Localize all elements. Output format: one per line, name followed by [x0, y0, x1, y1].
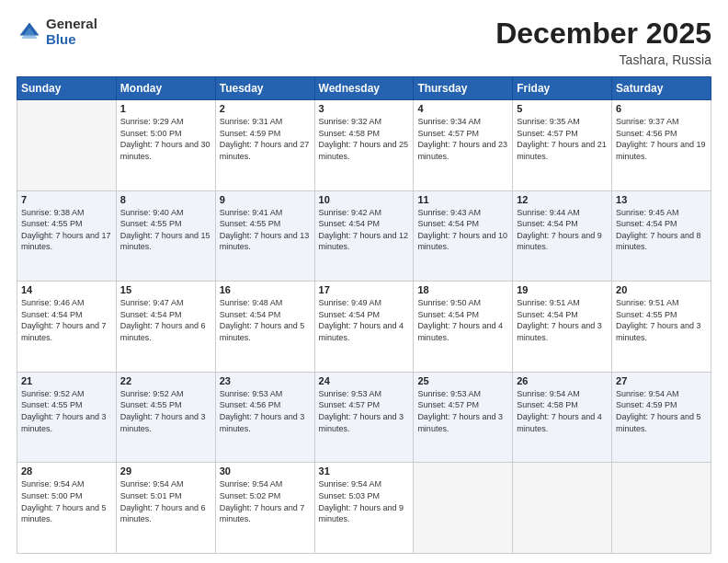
sunset-text: Sunset: 4:59 PM: [616, 400, 677, 409]
day-number: 19: [517, 284, 608, 295]
col-wednesday: Wednesday: [314, 77, 414, 100]
day-number: 2: [220, 103, 311, 114]
table-row: 27Sunrise: 9:54 AMSunset: 4:59 PMDayligh…: [612, 372, 711, 463]
day-info: Sunrise: 9:51 AMSunset: 4:55 PMDaylight:…: [616, 297, 707, 343]
day-info: Sunrise: 9:44 AMSunset: 4:54 PMDaylight:…: [517, 207, 608, 253]
daylight-text: Daylight: 7 hours and 21 minutes.: [517, 140, 607, 161]
daylight-text: Daylight: 7 hours and 3 minutes.: [120, 412, 206, 433]
calendar-week-row: 21Sunrise: 9:52 AMSunset: 4:55 PMDayligh…: [17, 372, 711, 463]
table-row: 5Sunrise: 9:35 AMSunset: 4:57 PMDaylight…: [513, 100, 612, 191]
sunset-text: Sunset: 4:58 PM: [517, 400, 578, 409]
sunrise-text: Sunrise: 9:31 AM: [220, 117, 283, 126]
sunset-text: Sunset: 4:54 PM: [616, 219, 677, 228]
sunset-text: Sunset: 4:59 PM: [220, 129, 281, 138]
table-row: 4Sunrise: 9:34 AMSunset: 4:57 PMDaylight…: [414, 100, 513, 191]
day-number: 8: [120, 194, 211, 205]
sunrise-text: Sunrise: 9:53 AM: [319, 389, 382, 398]
day-info: Sunrise: 9:53 AMSunset: 4:57 PMDaylight:…: [319, 388, 410, 434]
table-row: [414, 463, 513, 554]
sunset-text: Sunset: 4:56 PM: [616, 129, 677, 138]
sunset-text: Sunset: 4:58 PM: [319, 129, 381, 138]
daylight-text: Daylight: 7 hours and 3 minutes.: [220, 412, 305, 433]
calendar-title: December 2025: [495, 17, 711, 51]
daylight-text: Daylight: 7 hours and 15 minutes.: [120, 231, 210, 252]
sunrise-text: Sunrise: 9:46 AM: [21, 298, 85, 307]
day-number: 28: [21, 465, 112, 477]
day-number: 30: [220, 465, 311, 477]
sunrise-text: Sunrise: 9:32 AM: [319, 117, 382, 126]
daylight-text: Daylight: 7 hours and 3 minutes.: [21, 412, 107, 433]
day-info: Sunrise: 9:41 AMSunset: 4:55 PMDaylight:…: [220, 207, 311, 253]
sunset-text: Sunset: 4:57 PM: [417, 129, 479, 138]
day-info: Sunrise: 9:48 AMSunset: 4:54 PMDaylight:…: [220, 297, 311, 343]
sunrise-text: Sunrise: 9:52 AM: [21, 389, 85, 398]
col-sunday: Sunday: [17, 77, 117, 100]
daylight-text: Daylight: 7 hours and 5 minutes.: [616, 412, 701, 433]
sunset-text: Sunset: 4:55 PM: [120, 400, 182, 409]
daylight-text: Daylight: 7 hours and 17 minutes.: [21, 231, 111, 252]
sunrise-text: Sunrise: 9:41 AM: [220, 208, 283, 217]
day-info: Sunrise: 9:32 AMSunset: 4:58 PMDaylight:…: [319, 116, 410, 162]
table-row: 20Sunrise: 9:51 AMSunset: 4:55 PMDayligh…: [612, 282, 711, 373]
table-row: 6Sunrise: 9:37 AMSunset: 4:56 PMDaylight…: [612, 100, 711, 191]
day-info: Sunrise: 9:34 AMSunset: 4:57 PMDaylight:…: [417, 116, 508, 162]
day-number: 14: [21, 284, 112, 295]
day-number: 10: [319, 194, 410, 205]
sunset-text: Sunset: 4:54 PM: [417, 310, 479, 319]
day-info: Sunrise: 9:29 AMSunset: 5:00 PMDaylight:…: [120, 116, 211, 162]
day-number: 4: [417, 103, 508, 114]
table-row: 28Sunrise: 9:54 AMSunset: 5:00 PMDayligh…: [17, 463, 117, 554]
table-row: 21Sunrise: 9:52 AMSunset: 4:55 PMDayligh…: [17, 372, 117, 463]
sunrise-text: Sunrise: 9:45 AM: [616, 208, 679, 217]
calendar-subtitle: Tashara, Russia: [495, 52, 711, 67]
daylight-text: Daylight: 7 hours and 3 minutes.: [616, 321, 701, 342]
daylight-text: Daylight: 7 hours and 9 minutes.: [517, 231, 602, 252]
daylight-text: Daylight: 7 hours and 12 minutes.: [319, 231, 409, 252]
daylight-text: Daylight: 7 hours and 3 minutes.: [319, 412, 404, 433]
sunrise-text: Sunrise: 9:54 AM: [319, 479, 382, 488]
day-info: Sunrise: 9:45 AMSunset: 4:54 PMDaylight:…: [616, 207, 707, 253]
table-row: 3Sunrise: 9:32 AMSunset: 4:58 PMDaylight…: [314, 100, 414, 191]
sunset-text: Sunset: 4:55 PM: [220, 219, 281, 228]
day-info: Sunrise: 9:54 AMSunset: 5:02 PMDaylight:…: [220, 478, 311, 524]
sunset-text: Sunset: 4:54 PM: [319, 310, 381, 319]
header: General Blue December 2025 Tashara, Russ…: [17, 17, 711, 67]
calendar-week-row: 1Sunrise: 9:29 AMSunset: 5:00 PMDaylight…: [17, 100, 711, 191]
day-number: 29: [120, 465, 211, 477]
daylight-text: Daylight: 7 hours and 4 minutes.: [517, 412, 602, 433]
sunset-text: Sunset: 4:56 PM: [220, 400, 281, 409]
sunset-text: Sunset: 4:54 PM: [220, 310, 281, 319]
table-row: 7Sunrise: 9:38 AMSunset: 4:55 PMDaylight…: [17, 190, 117, 282]
table-row: 17Sunrise: 9:49 AMSunset: 4:54 PMDayligh…: [314, 282, 414, 373]
day-number: 22: [120, 375, 211, 386]
daylight-text: Daylight: 7 hours and 10 minutes.: [417, 231, 507, 252]
calendar-week-row: 7Sunrise: 9:38 AMSunset: 4:55 PMDaylight…: [17, 190, 711, 282]
day-info: Sunrise: 9:46 AMSunset: 4:54 PMDaylight:…: [21, 297, 112, 343]
day-number: 18: [417, 284, 508, 295]
table-row: 30Sunrise: 9:54 AMSunset: 5:02 PMDayligh…: [215, 463, 314, 554]
sunrise-text: Sunrise: 9:29 AM: [120, 117, 184, 126]
day-info: Sunrise: 9:47 AMSunset: 4:54 PMDaylight:…: [120, 297, 211, 343]
day-info: Sunrise: 9:52 AMSunset: 4:55 PMDaylight:…: [120, 388, 211, 434]
day-number: 5: [517, 103, 608, 114]
table-row: 8Sunrise: 9:40 AMSunset: 4:55 PMDaylight…: [116, 190, 215, 282]
sunset-text: Sunset: 4:55 PM: [616, 310, 677, 319]
table-row: 19Sunrise: 9:51 AMSunset: 4:54 PMDayligh…: [513, 282, 612, 373]
sunrise-text: Sunrise: 9:47 AM: [120, 298, 184, 307]
calendar-table: Sunday Monday Tuesday Wednesday Thursday…: [17, 76, 711, 554]
sunrise-text: Sunrise: 9:52 AM: [120, 389, 184, 398]
sunset-text: Sunset: 4:54 PM: [417, 219, 479, 228]
table-row: 1Sunrise: 9:29 AMSunset: 5:00 PMDaylight…: [116, 100, 215, 191]
sunrise-text: Sunrise: 9:43 AM: [417, 208, 481, 217]
page: General Blue December 2025 Tashara, Russ…: [0, 0, 728, 563]
sunset-text: Sunset: 4:57 PM: [319, 400, 381, 409]
daylight-text: Daylight: 7 hours and 23 minutes.: [417, 140, 507, 161]
day-number: 7: [21, 194, 112, 205]
day-info: Sunrise: 9:53 AMSunset: 4:56 PMDaylight:…: [220, 388, 311, 434]
sunrise-text: Sunrise: 9:42 AM: [319, 208, 382, 217]
logo-text: General Blue: [46, 17, 97, 47]
sunset-text: Sunset: 5:03 PM: [319, 491, 381, 500]
table-row: 31Sunrise: 9:54 AMSunset: 5:03 PMDayligh…: [314, 463, 414, 554]
day-info: Sunrise: 9:54 AMSunset: 5:03 PMDaylight:…: [319, 478, 410, 524]
day-number: 24: [319, 375, 410, 386]
